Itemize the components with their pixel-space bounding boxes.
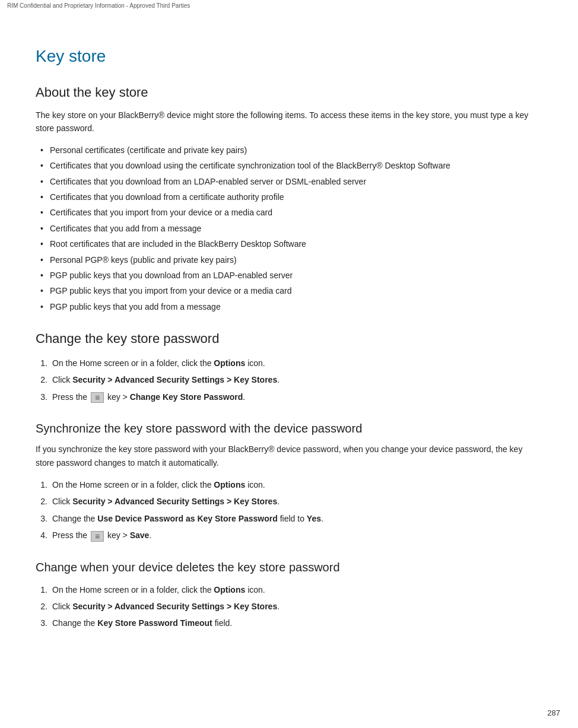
list-item: Certificates that you import from your d… bbox=[36, 205, 542, 220]
menu-icon bbox=[91, 392, 104, 403]
change-delete-heading: Change when your device deletes the key … bbox=[36, 561, 542, 574]
change-delete-steps: 1. On the Home screen or in a folder, cl… bbox=[36, 581, 542, 632]
page-number: 287 bbox=[547, 708, 560, 717]
list-item: 2. Click Security > Advanced Security Se… bbox=[36, 493, 542, 510]
list-item: Personal certificates (certificate and p… bbox=[36, 142, 542, 158]
list-item: 1. On the Home screen or in a folder, cl… bbox=[36, 476, 542, 493]
list-item: 2. Click Security > Advanced Security Se… bbox=[36, 371, 542, 388]
about-section: About the key store The key store on you… bbox=[36, 85, 542, 314]
list-item: 1. On the Home screen or in a folder, cl… bbox=[36, 355, 542, 371]
list-item: 1. On the Home screen or in a folder, cl… bbox=[36, 581, 542, 598]
list-item: Certificates that you download from an L… bbox=[36, 174, 542, 189]
about-intro: The key store on your BlackBerry® device… bbox=[36, 109, 542, 135]
list-item: 3. Press the key > Change Key Store Pass… bbox=[36, 389, 542, 405]
change-password-heading: Change the key store password bbox=[36, 331, 542, 346]
change-delete-section: Change when your device deletes the key … bbox=[36, 561, 542, 632]
list-item: Certificates that you download using the… bbox=[36, 158, 542, 173]
page-title: Key store bbox=[36, 47, 542, 66]
about-bullet-list: Personal certificates (certificate and p… bbox=[36, 142, 542, 314]
list-item: PGP public keys that you download from a… bbox=[36, 268, 542, 283]
list-item: Root certificates that are included in t… bbox=[36, 236, 542, 252]
list-item: 3. Change the Use Device Password as Key… bbox=[36, 510, 542, 527]
sync-password-intro: If you synchronize the key store passwor… bbox=[36, 443, 542, 469]
sync-password-heading: Synchronize the key store password with … bbox=[36, 422, 542, 435]
change-password-steps: 1. On the Home screen or in a folder, cl… bbox=[36, 355, 542, 405]
list-item: Certificates that you download from a ce… bbox=[36, 189, 542, 205]
confidential-notice: RIM Confidential and Proprietary Informa… bbox=[0, 0, 578, 11]
menu-icon bbox=[91, 531, 104, 542]
list-item: 4. Press the key > Save. bbox=[36, 527, 542, 543]
change-password-section: Change the key store password 1. On the … bbox=[36, 331, 542, 405]
sync-password-steps: 1. On the Home screen or in a folder, cl… bbox=[36, 476, 542, 544]
list-item: 2. Click Security > Advanced Security Se… bbox=[36, 598, 542, 615]
list-item: 3. Change the Key Store Password Timeout… bbox=[36, 615, 542, 631]
about-heading: About the key store bbox=[36, 85, 542, 100]
sync-password-section: Synchronize the key store password with … bbox=[36, 422, 542, 543]
list-item: Personal PGP® keys (public and private k… bbox=[36, 252, 542, 268]
list-item: PGP public keys that you add from a mess… bbox=[36, 299, 542, 314]
list-item: Certificates that you add from a message bbox=[36, 221, 542, 236]
list-item: PGP public keys that you import from you… bbox=[36, 283, 542, 298]
